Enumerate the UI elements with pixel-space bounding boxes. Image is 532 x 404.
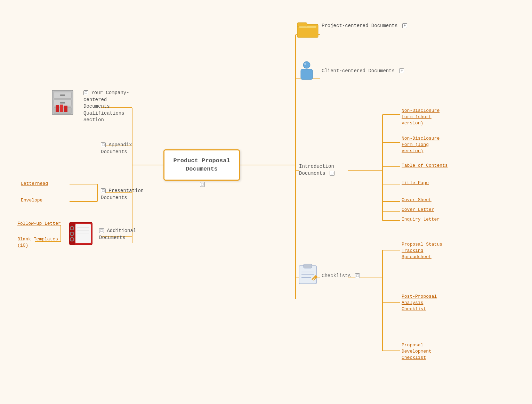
- cover-sheet-label[interactable]: Cover Sheet: [402, 197, 432, 203]
- cover-letter-label[interactable]: Cover Letter: [402, 207, 434, 213]
- svg-rect-51: [56, 105, 59, 112]
- svg-rect-59: [75, 224, 91, 243]
- additional-expand[interactable]: □: [99, 228, 104, 233]
- title-page-label[interactable]: Title Page: [402, 180, 429, 186]
- checklists-expand[interactable]: □: [355, 273, 360, 278]
- your-company-label: □ Your Company-centeredDocumentsQualific…: [83, 90, 129, 124]
- central-expand-icon[interactable]: □: [200, 182, 205, 187]
- client-centered-expand[interactable]: +: [399, 68, 404, 73]
- nda-long-label[interactable]: Non-DisclosureForm (longversion): [402, 135, 440, 155]
- follow-up-letter-label[interactable]: Follow-up Letter: [17, 221, 61, 227]
- envelope-label[interactable]: Envelope: [21, 197, 42, 204]
- nda-short-label[interactable]: Non-DisclosureForm (shortversion): [402, 108, 440, 127]
- central-node: Product Proposal Documents: [163, 149, 240, 181]
- checklists-label: Checklists □: [322, 273, 360, 280]
- additional-documents-label: □ AdditionalDocuments: [99, 228, 136, 241]
- proposal-status-tracking-label[interactable]: Proposal StatusTrackingSpreadsheet: [402, 241, 442, 261]
- presentation-documents-label: □ PresentationDocuments: [101, 188, 144, 201]
- svg-rect-36: [301, 69, 313, 80]
- central-node-label: Product Proposal Documents: [164, 157, 239, 173]
- inquiry-letter-label[interactable]: Inquiry Letter: [402, 216, 440, 223]
- appendix-documents-label: □ AppendixDocuments: [101, 142, 132, 155]
- svg-point-35: [303, 61, 310, 68]
- binder-icon: [68, 221, 94, 248]
- table-of-contents-label[interactable]: Table of Contents: [402, 163, 448, 169]
- post-proposal-analysis-label[interactable]: Post-ProposalAnalysisChecklist: [402, 294, 437, 313]
- introduction-documents-label: IntroductionDocuments □: [299, 163, 334, 177]
- filing-cabinet-icon: [50, 89, 78, 118]
- svg-rect-49: [60, 102, 65, 104]
- client-centered-icon: [297, 61, 316, 85]
- svg-rect-52: [60, 105, 63, 112]
- svg-point-37: [304, 63, 306, 65]
- presentation-expand[interactable]: □: [101, 188, 106, 193]
- your-company-expand[interactable]: □: [83, 90, 88, 95]
- project-centered-icon: [297, 19, 320, 40]
- svg-rect-39: [304, 264, 312, 268]
- client-centered-label: Client-centered Documents +: [322, 68, 404, 75]
- letterhead-label[interactable]: Letterhead: [21, 181, 48, 187]
- blank-templates-label[interactable]: Blank Templates(10): [17, 236, 58, 249]
- svg-rect-53: [64, 106, 67, 112]
- introduction-expand[interactable]: □: [330, 171, 334, 176]
- proposal-development-checklist-label[interactable]: ProposalDevelopmentChecklist: [402, 342, 432, 361]
- project-centered-label: Project-centered Documents +: [322, 23, 407, 30]
- checklists-icon: [297, 262, 318, 287]
- project-centered-expand[interactable]: +: [402, 23, 407, 28]
- svg-rect-47: [60, 94, 65, 96]
- appendix-expand[interactable]: □: [101, 142, 106, 147]
- svg-rect-34: [299, 26, 316, 28]
